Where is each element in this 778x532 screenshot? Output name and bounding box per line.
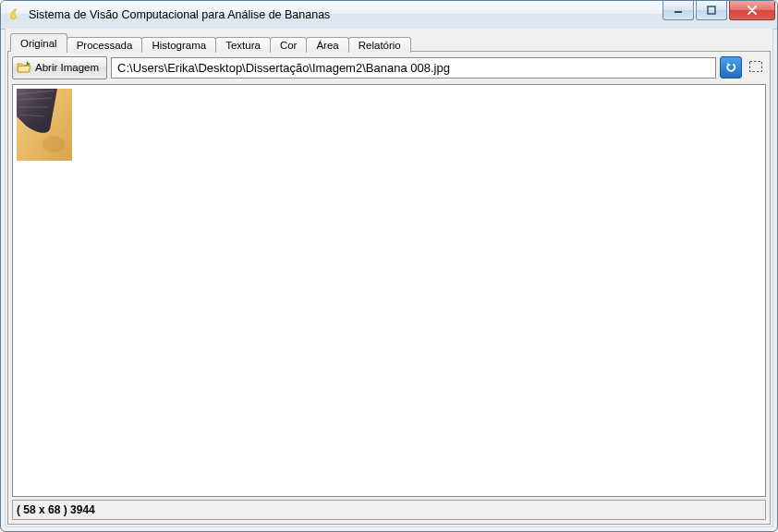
tab-area[interactable]: Área (306, 37, 348, 53)
loaded-image-thumbnail (17, 89, 761, 161)
svg-rect-2 (750, 61, 762, 71)
status-text: ( 58 x 68 ) 3944 (17, 503, 95, 516)
open-image-label: Abrir Imagem (35, 62, 99, 73)
open-image-button[interactable]: Abrir Imagem (12, 56, 107, 79)
close-button[interactable] (729, 1, 775, 20)
tabstrip: Original Processada Histograma Textura C… (7, 30, 771, 51)
folder-open-icon (17, 60, 31, 75)
svg-point-4 (43, 136, 65, 152)
maximize-button[interactable] (696, 1, 727, 20)
selection-rect-icon (748, 60, 763, 76)
status-bar: ( 58 x 68 ) 3944 (12, 500, 766, 520)
banana-icon (8, 7, 23, 22)
window-controls (663, 1, 775, 29)
app-window: Sistema de Visão Computacional para Anál… (0, 0, 778, 532)
tab-histograma[interactable]: Histograma (141, 37, 216, 53)
tab-textura[interactable]: Textura (215, 37, 271, 53)
svg-rect-0 (675, 11, 682, 13)
toolbar: Abrir Imagem (12, 55, 766, 79)
selection-tool-button[interactable] (746, 57, 766, 78)
client-area: Original Processada Histograma Textura C… (5, 29, 773, 527)
window-title: Sistema de Visão Computacional para Anál… (29, 8, 663, 21)
minimize-button[interactable] (663, 1, 694, 20)
file-path-input[interactable] (111, 57, 716, 79)
tab-relatorio[interactable]: Relatório (348, 37, 411, 53)
tab-panel-original: Abrir Imagem (7, 51, 771, 525)
tab-processada[interactable]: Processada (67, 37, 143, 53)
tab-cor[interactable]: Cor (270, 37, 308, 53)
reload-button[interactable] (720, 56, 742, 79)
svg-rect-1 (708, 6, 715, 14)
undo-arrow-icon (724, 60, 737, 76)
tab-original[interactable]: Original (10, 33, 67, 52)
image-viewport[interactable] (12, 84, 766, 497)
titlebar: Sistema de Visão Computacional para Anál… (1, 1, 777, 30)
